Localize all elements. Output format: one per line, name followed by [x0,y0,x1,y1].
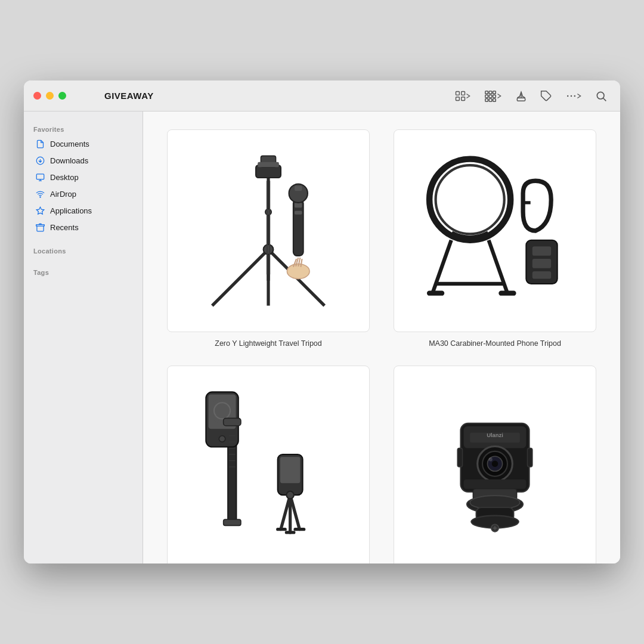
product-grid: Zero Y Lightweight Travel Tripod [167,129,596,564]
toolbar-right [451,87,611,105]
svg-point-52 [436,165,504,234]
recents-icon [35,222,45,233]
download-icon [35,155,45,166]
maximize-button[interactable] [58,92,66,100]
sidebar-item-applications[interactable]: Applications [27,202,139,219]
airdrop-icon [35,188,45,199]
sidebar-item-label: Downloads [50,156,88,165]
product-image-1 [167,129,370,332]
svg-rect-12 [493,98,496,101]
svg-rect-5 [489,91,492,94]
svg-rect-7 [485,95,488,98]
svg-rect-78 [224,418,241,426]
svg-rect-79 [224,519,241,525]
svg-rect-1 [462,91,465,95]
product-item-4[interactable]: Ulanzi Pocket 3 Mini Tripod Kit [394,366,596,564]
main-content: Favorites Documents [24,112,620,564]
svg-rect-27 [36,224,44,226]
more-button[interactable] [562,88,586,104]
svg-point-51 [429,159,510,240]
svg-line-33 [299,281,312,293]
sidebar: Favorites Documents [24,112,143,564]
folder-title: GIVEAWAY [104,91,154,101]
sidebar-item-label: Documents [50,140,89,148]
traffic-lights [33,92,66,100]
view-grid-button[interactable] [451,88,475,104]
back-button[interactable] [78,88,85,103]
svg-rect-0 [456,91,460,95]
svg-rect-4 [485,91,488,94]
product-item-2[interactable]: MA30 Carabiner-Mounted Phone Tripod [394,129,596,348]
sidebar-item-documents[interactable]: Documents [27,135,139,152]
view-list-button[interactable] [481,87,506,105]
svg-rect-9 [493,95,496,98]
sidebar-item-downloads[interactable]: Downloads [27,152,139,169]
product-image-4: Ulanzi [394,366,596,564]
sidebar-item-label: Applications [50,206,92,215]
product-label-1: Zero Y Lightweight Travel Tripod [215,339,322,348]
svg-rect-10 [485,98,488,101]
sidebar-item-desktop[interactable]: Desktop [27,169,139,185]
svg-point-93 [489,457,493,461]
product-item-1[interactable]: Zero Y Lightweight Travel Tripod [167,129,370,348]
tags-label: Tags [24,264,143,278]
svg-rect-13 [517,98,525,101]
svg-line-29 [212,249,268,305]
svg-rect-43 [295,211,302,215]
titlebar: GIVEAWAY [24,80,620,112]
svg-rect-61 [532,259,551,268]
share-button[interactable] [512,88,531,104]
svg-rect-36 [258,162,279,167]
sidebar-item-airdrop[interactable]: AirDrop [27,185,139,202]
svg-text:Ulanzi: Ulanzi [487,432,503,438]
desktop-icon [35,172,45,182]
content-area: Zero Y Lightweight Travel Tripod [143,112,620,564]
svg-rect-94 [464,479,527,489]
sidebar-item-recents[interactable]: Recents [27,219,139,236]
locations-label: Locations [24,243,143,257]
svg-point-18 [597,92,604,99]
svg-point-17 [574,95,576,97]
forward-button[interactable] [88,88,95,103]
svg-rect-22 [36,174,44,179]
svg-line-32 [225,281,237,293]
svg-point-25 [39,196,40,197]
svg-point-77 [286,491,294,499]
sidebar-item-label: AirDrop [50,190,76,199]
search-button[interactable] [592,88,611,104]
svg-rect-62 [532,271,551,279]
sidebar-item-label: Desktop [50,173,79,182]
minimize-button[interactable] [46,92,54,100]
svg-point-16 [571,95,572,97]
svg-rect-3 [462,97,465,100]
nav-buttons [78,88,95,103]
favorites-label: Favorites [24,121,143,135]
close-button[interactable] [33,92,41,100]
svg-point-15 [567,95,569,97]
svg-point-38 [265,209,271,215]
svg-point-37 [264,244,274,255]
svg-point-66 [219,436,225,442]
svg-rect-50 [295,186,302,191]
svg-rect-70 [280,457,300,483]
product-image-3 [167,366,370,564]
tag-button[interactable] [537,88,556,104]
finder-window: GIVEAWAY [24,80,620,564]
svg-rect-6 [493,91,496,94]
product-item-3[interactable]: JJ03 3-in-1 Magnetic Phone Tripod [167,366,370,564]
svg-line-19 [603,98,606,101]
svg-rect-103 [457,448,462,467]
svg-rect-42 [295,203,302,208]
svg-marker-26 [36,207,44,214]
svg-rect-8 [489,95,492,98]
applications-icon [35,205,45,216]
product-label-2: MA30 Carabiner-Mounted Phone Tripod [429,339,561,348]
svg-rect-2 [456,97,460,100]
document-icon [35,138,45,149]
svg-rect-41 [293,200,304,256]
svg-rect-60 [532,246,551,256]
svg-point-92 [492,461,498,467]
svg-rect-11 [489,98,492,101]
svg-rect-104 [527,448,532,467]
sidebar-item-label: Recents [50,223,79,232]
